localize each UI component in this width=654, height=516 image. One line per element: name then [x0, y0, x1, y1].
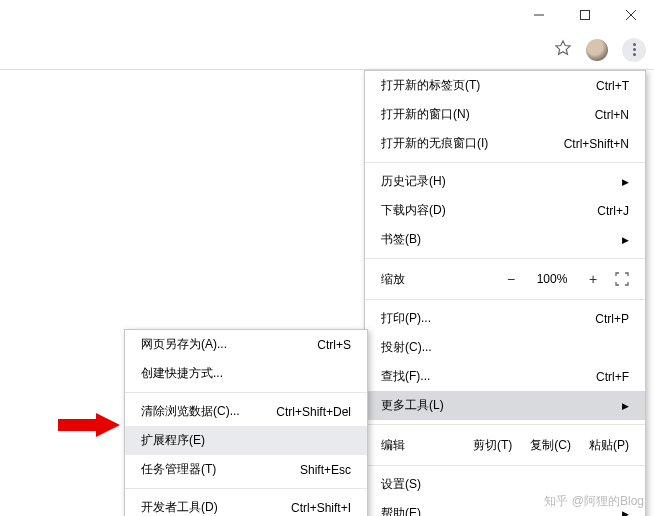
zoom-value: 100%	[533, 272, 571, 286]
menu-item-label: 打开新的窗口(N)	[381, 106, 470, 123]
menu-new-incognito[interactable]: 打开新的无痕窗口(I) Ctrl+Shift+N	[365, 129, 645, 158]
edit-label: 编辑	[381, 437, 455, 454]
menu-downloads[interactable]: 下载内容(D) Ctrl+J	[365, 196, 645, 225]
menu-item-label: 打印(P)...	[381, 310, 431, 327]
menu-separator	[365, 258, 645, 259]
menu-item-label: 创建快捷方式...	[141, 365, 223, 382]
browser-toolbar	[0, 30, 654, 70]
menu-item-label: 帮助(E)	[381, 505, 421, 516]
menu-item-label: 更多工具(L)	[381, 397, 444, 414]
submenu-arrow-icon: ▶	[622, 235, 629, 245]
menu-item-shortcut: Ctrl+J	[597, 204, 629, 218]
kebab-menu-icon[interactable]	[622, 38, 646, 62]
highlight-arrow-icon	[58, 413, 120, 437]
menu-item-shortcut: Ctrl+Shift+Del	[276, 405, 351, 419]
menu-separator	[365, 465, 645, 466]
menu-item-shortcut: Shift+Esc	[300, 463, 351, 477]
menu-more-tools[interactable]: 更多工具(L) ▶	[365, 391, 645, 420]
zoom-label: 缩放	[381, 271, 503, 288]
fullscreen-icon[interactable]	[615, 272, 629, 286]
menu-item-label: 打开新的无痕窗口(I)	[381, 135, 488, 152]
window-titlebar	[0, 0, 654, 30]
menu-separator	[365, 424, 645, 425]
window-maximize-button[interactable]	[562, 0, 608, 30]
menu-cast[interactable]: 投射(C)...	[365, 333, 645, 362]
menu-item-shortcut: Ctrl+N	[595, 108, 629, 122]
svg-rect-1	[581, 11, 590, 20]
profile-avatar[interactable]	[586, 39, 608, 61]
menu-item-shortcut: Ctrl+T	[596, 79, 629, 93]
menu-new-tab[interactable]: 打开新的标签页(T) Ctrl+T	[365, 71, 645, 100]
menu-separator	[125, 488, 367, 489]
zoom-in-button[interactable]: +	[585, 271, 601, 287]
submenu-arrow-icon: ▶	[622, 177, 629, 187]
watermark-text: 知乎 @阿狸的Blog	[544, 493, 644, 510]
menu-zoom-row: 缩放 − 100% +	[365, 263, 645, 295]
submenu-arrow-icon: ▶	[622, 401, 629, 411]
menu-separator	[365, 299, 645, 300]
menu-item-shortcut: Ctrl+Shift+I	[291, 501, 351, 515]
menu-print[interactable]: 打印(P)... Ctrl+P	[365, 304, 645, 333]
edit-copy-button[interactable]: 复制(C)	[530, 437, 571, 454]
menu-item-label: 书签(B)	[381, 231, 421, 248]
menu-item-label: 设置(S)	[381, 476, 421, 493]
menu-item-label: 打开新的标签页(T)	[381, 77, 480, 94]
main-menu: 打开新的标签页(T) Ctrl+T 打开新的窗口(N) Ctrl+N 打开新的无…	[364, 70, 646, 516]
menu-item-shortcut: Ctrl+S	[317, 338, 351, 352]
menu-item-label: 历史记录(H)	[381, 173, 446, 190]
menu-item-label: 投射(C)...	[381, 339, 432, 356]
menu-item-label: 查找(F)...	[381, 368, 430, 385]
submenu-save-page-as[interactable]: 网页另存为(A)... Ctrl+S	[125, 330, 367, 359]
edit-paste-button[interactable]: 粘贴(P)	[589, 437, 629, 454]
menu-find[interactable]: 查找(F)... Ctrl+F	[365, 362, 645, 391]
menu-item-label: 下载内容(D)	[381, 202, 446, 219]
menu-edit-row: 编辑 剪切(T) 复制(C) 粘贴(P)	[365, 429, 645, 461]
submenu-create-shortcut[interactable]: 创建快捷方式...	[125, 359, 367, 388]
window-minimize-button[interactable]	[516, 0, 562, 30]
menu-separator	[365, 162, 645, 163]
more-tools-submenu: 网页另存为(A)... Ctrl+S 创建快捷方式... 清除浏览数据(C)..…	[124, 329, 368, 516]
menu-history[interactable]: 历史记录(H) ▶	[365, 167, 645, 196]
menu-item-shortcut: Ctrl+Shift+N	[564, 137, 629, 151]
menu-item-shortcut: Ctrl+F	[596, 370, 629, 384]
menu-bookmarks[interactable]: 书签(B) ▶	[365, 225, 645, 254]
window-close-button[interactable]	[608, 0, 654, 30]
menu-item-label: 网页另存为(A)...	[141, 336, 227, 353]
submenu-developer-tools[interactable]: 开发者工具(D) Ctrl+Shift+I	[125, 493, 367, 516]
submenu-clear-browsing-data[interactable]: 清除浏览数据(C)... Ctrl+Shift+Del	[125, 397, 367, 426]
menu-item-label: 清除浏览数据(C)...	[141, 403, 240, 420]
menu-item-label: 任务管理器(T)	[141, 461, 216, 478]
menu-new-window[interactable]: 打开新的窗口(N) Ctrl+N	[365, 100, 645, 129]
edit-cut-button[interactable]: 剪切(T)	[473, 437, 512, 454]
submenu-task-manager[interactable]: 任务管理器(T) Shift+Esc	[125, 455, 367, 484]
zoom-out-button[interactable]: −	[503, 271, 519, 287]
menu-item-label: 开发者工具(D)	[141, 499, 218, 516]
menu-item-shortcut: Ctrl+P	[595, 312, 629, 326]
submenu-extensions[interactable]: 扩展程序(E)	[125, 426, 367, 455]
bookmark-star-icon[interactable]	[554, 39, 572, 61]
menu-separator	[125, 392, 367, 393]
menu-item-label: 扩展程序(E)	[141, 432, 205, 449]
